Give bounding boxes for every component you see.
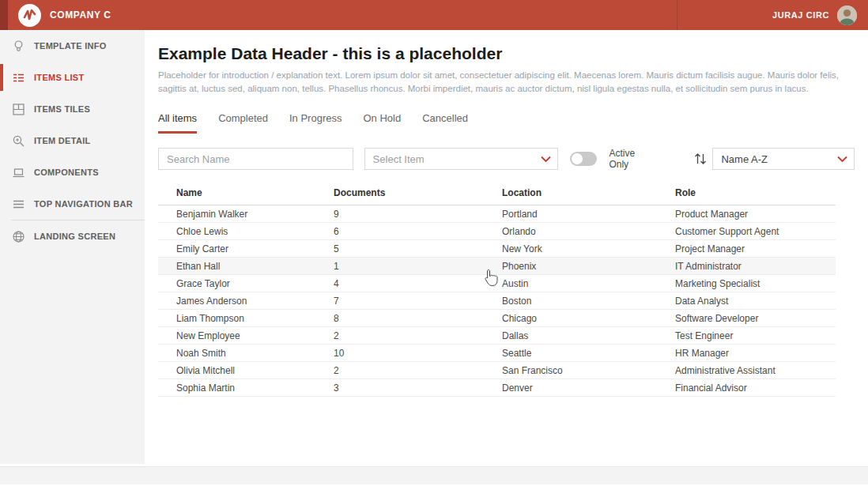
tiles-icon: [12, 103, 25, 116]
item-select[interactable]: Select Item: [364, 148, 559, 170]
app-window: COMPANY C JURAJ CIRC TEMPLATE INFO ITEMS…: [0, 0, 868, 486]
sidebar-item-landing-screen[interactable]: LANDING SCREEN: [0, 220, 145, 252]
cell-documents: 10: [334, 348, 502, 359]
tab-label: Completed: [218, 112, 268, 124]
cell-role: Administrative Assistant: [675, 365, 836, 376]
cell-name: Emily Carter: [158, 243, 334, 254]
sidebar-item-label: ITEMS TILES: [34, 104, 90, 114]
table-row[interactable]: Grace Taylor 4 Austin Marketing Speciali…: [158, 275, 836, 292]
tab-on-hold[interactable]: On Hold: [363, 112, 401, 134]
tab-label: In Progress: [289, 112, 342, 124]
active-accent-bar: [0, 96, 3, 122]
cell-role: Customer Support Agent: [675, 226, 836, 237]
sidebar-item-label: TOP NAVIGATION BAR: [34, 199, 133, 209]
sidebar-item-items-tiles[interactable]: ITEMS TILES: [0, 93, 145, 125]
cell-role: Test Engineer: [675, 330, 836, 341]
cell-role: Financial Advisor: [675, 382, 836, 394]
avatar[interactable]: [837, 6, 857, 25]
items-table: Name Documents Location Role Benjamin Wa…: [158, 180, 836, 397]
cell-documents: 8: [334, 313, 502, 324]
tab-all-items[interactable]: All items: [158, 112, 197, 134]
cell-location: Boston: [502, 296, 675, 307]
user-menu[interactable]: JURAJ CIRC: [677, 0, 868, 30]
cell-role: HR Manager: [675, 348, 836, 359]
company-logo-icon[interactable]: [18, 4, 41, 27]
cell-name: James Anderson: [158, 296, 334, 307]
table-row[interactable]: Chloe Lewis 6 Orlando Customer Support A…: [158, 223, 836, 240]
cell-location: Austin: [502, 278, 675, 289]
table-row[interactable]: Ethan Hall 1 Phoenix IT Administrator: [158, 258, 836, 275]
page-title: Example Data Header - this is a placehol…: [158, 44, 855, 63]
column-header[interactable]: Location: [502, 187, 675, 198]
table-row[interactable]: New Employee 2 Dallas Test Engineer: [158, 327, 836, 345]
cell-location: Chicago: [502, 313, 675, 324]
tab-in-progress[interactable]: In Progress: [289, 112, 342, 134]
cell-role: Data Analyst: [675, 296, 836, 307]
column-header[interactable]: Role: [675, 187, 836, 198]
sidebar-item-top-navigation-bar[interactable]: TOP NAVIGATION BAR: [0, 188, 145, 220]
sidebar: TEMPLATE INFO ITEMS LIST ITEMS TILES ITE…: [0, 30, 145, 464]
sidebar-item-template-info[interactable]: TEMPLATE INFO: [0, 30, 145, 62]
cell-location: San Francisco: [502, 365, 675, 376]
column-header[interactable]: Documents: [334, 187, 502, 198]
table-row[interactable]: Sophia Martin 3 Denver Financial Advisor: [158, 379, 836, 397]
cell-documents: 2: [334, 365, 502, 376]
laptop-icon: [12, 166, 25, 179]
search-input[interactable]: [158, 148, 353, 170]
table-row[interactable]: Liam Thompson 8 Chicago Software Develop…: [158, 310, 836, 327]
cell-documents: 5: [334, 243, 502, 254]
table-row[interactable]: Benjamin Walker 9 Portland Product Manag…: [158, 205, 836, 223]
cell-documents: 7: [334, 296, 502, 307]
tab-label: All items: [158, 112, 197, 124]
sidebar-item-label: TEMPLATE INFO: [34, 41, 107, 51]
cell-name: Noah Smith: [158, 348, 334, 359]
cell-documents: 1: [334, 261, 502, 272]
cell-documents: 2: [334, 330, 502, 341]
cell-location: Phoenix: [502, 261, 675, 272]
cell-location: Orlando: [502, 226, 675, 237]
cell-name: Ethan Hall: [158, 261, 334, 272]
page-intro: Placeholder for introduction / explanati…: [158, 69, 847, 96]
active-accent-bar: [0, 127, 3, 154]
company-name: COMPANY C: [50, 9, 111, 21]
cell-location: Denver: [502, 382, 675, 394]
column-header[interactable]: Name: [158, 187, 334, 198]
sort-select-value: Name A-Z: [721, 153, 768, 165]
cell-documents: 3: [334, 382, 502, 394]
top-bar: COMPANY C JURAJ CIRC: [0, 0, 868, 30]
zoom-plus-icon: [12, 134, 25, 148]
active-only-label: Active Only: [609, 148, 656, 170]
sidebar-item-items-list[interactable]: ITEMS LIST: [0, 62, 145, 93]
tab-completed[interactable]: Completed: [218, 112, 268, 134]
filter-bar: Select Item Active Only Name A-Z: [158, 148, 855, 170]
tab-label: Cancelled: [422, 112, 468, 124]
cell-location: New York: [502, 243, 675, 254]
cell-role: Marketing Specialist: [675, 278, 836, 289]
table-row[interactable]: James Anderson 7 Boston Data Analyst: [158, 292, 836, 310]
sidebar-item-label: LANDING SCREEN: [34, 232, 115, 241]
lightbulb-icon: [12, 40, 25, 53]
table-row[interactable]: Emily Carter 5 New York Project Manager: [158, 240, 836, 258]
active-only-toggle[interactable]: [570, 152, 597, 166]
cell-documents: 4: [334, 278, 502, 289]
menu-icon: [12, 198, 25, 211]
cell-name: Grace Taylor: [158, 278, 334, 289]
cell-name: Sophia Martin: [158, 382, 334, 394]
sort-select[interactable]: Name A-Z: [712, 148, 855, 170]
cell-location: Dallas: [502, 330, 675, 341]
active-accent-bar: [0, 32, 3, 59]
active-accent-bar: [0, 64, 3, 91]
tab-bar: All items Completed In Progress On Hold …: [158, 112, 855, 134]
sort-direction-icon[interactable]: [693, 152, 708, 166]
cell-name: Benjamin Walker: [158, 209, 334, 220]
table-row[interactable]: Olivia Mitchell 2 San Francisco Administ…: [158, 362, 836, 379]
cell-role: IT Administrator: [675, 261, 836, 272]
tab-label: On Hold: [363, 112, 401, 124]
sidebar-item-item-detail[interactable]: ITEM DETAIL: [0, 125, 145, 156]
table-row[interactable]: Noah Smith 10 Seattle HR Manager: [158, 345, 836, 362]
sidebar-item-components[interactable]: COMPONENTS: [0, 156, 145, 188]
cell-name: Olivia Mitchell: [158, 365, 334, 376]
cell-name: Chloe Lewis: [158, 226, 334, 237]
main-content: Example Data Header - this is a placehol…: [145, 30, 868, 466]
tab-cancelled[interactable]: Cancelled: [422, 112, 468, 134]
